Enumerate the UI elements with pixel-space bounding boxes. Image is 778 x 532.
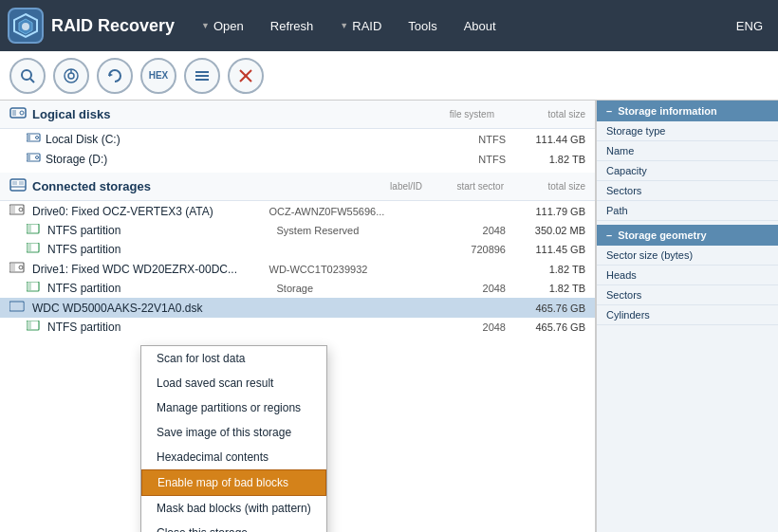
ntfs-partition-1-1[interactable]: NTFS partition Storage 2048 1.82 TB: [0, 279, 595, 298]
svg-point-22: [36, 156, 39, 159]
svg-point-16: [20, 111, 24, 115]
disk-tool-button[interactable]: [53, 58, 89, 94]
info-geometry-sectors: Sectors: [597, 285, 778, 305]
ctx-mask-bad-blocks[interactable]: Mask bad blocks (with pattern): [141, 496, 326, 521]
ntfs-icon-0-2: [27, 243, 40, 256]
drive0-row[interactable]: Drive0: Fixed OCZ-VERTEX3 (ATA) OCZ-AWNZ…: [0, 201, 595, 221]
svg-point-6: [68, 73, 74, 79]
right-panel: – Storage information Storage type Name …: [596, 101, 778, 532]
info-capacity: Capacity: [597, 161, 778, 181]
ntfs-partition-0-1[interactable]: NTFS partition System Reserved 2048 350.…: [0, 221, 595, 240]
main-area: Logical disks file system total size Loc…: [0, 101, 778, 532]
drive0-icon: [9, 204, 25, 218]
ntfs-partition-wdc[interactable]: NTFS partition 2048 465.76 GB: [0, 318, 595, 337]
storage-info-header: – Storage information: [597, 101, 778, 121]
info-path: Path: [597, 201, 778, 221]
logo-icon: [8, 8, 44, 44]
logo-area: RAID Recovery: [8, 8, 175, 44]
left-panel: Logical disks file system total size Loc…: [0, 101, 596, 532]
connected-storages-header: Connected storages label/ID start sector…: [0, 173, 595, 201]
svg-line-4: [30, 79, 34, 83]
svg-rect-28: [10, 206, 15, 213]
info-heads: Heads: [597, 266, 778, 285]
menu-raid-arrow: ▼: [340, 21, 348, 30]
svg-point-3: [22, 70, 31, 80]
menubar: RAID Recovery ▼ Open Refresh ▼ RAID Tool…: [0, 0, 778, 51]
wdc-disk-row[interactable]: WDC WD5000AAKS-22V1A0.dsk 465.76 GB: [0, 298, 595, 318]
ctx-enable-bad-blocks[interactable]: Enable map of bad blocks: [141, 469, 326, 496]
svg-rect-35: [10, 264, 15, 271]
info-cylinders: Cylinders: [597, 305, 778, 325]
ctx-manage-partitions[interactable]: Manage partitions or regions: [141, 395, 326, 420]
logical-disks-icon: [9, 106, 27, 122]
ctx-hex-contents[interactable]: Hexadecimal contents: [141, 445, 326, 469]
connected-storages-icon: [9, 178, 27, 194]
wdc-disk-icon: [9, 301, 25, 315]
logical-disk-c[interactable]: Local Disk (C:) NTFS 111.44 GB: [0, 129, 595, 149]
storage-info-collapse-icon[interactable]: –: [606, 105, 612, 117]
ntfs-icon-0-1: [27, 224, 40, 237]
svg-rect-15: [12, 110, 16, 116]
app-title: RAID Recovery: [51, 16, 175, 36]
menu-refresh[interactable]: Refresh: [259, 13, 325, 39]
drive1-row[interactable]: Drive1: Fixed WDC WD20EZRX-00DC... WD-WC…: [0, 259, 595, 279]
ntfs-icon-wdc: [27, 321, 40, 334]
drive1-icon: [9, 262, 25, 276]
search-tool-button[interactable]: [9, 58, 46, 94]
storage-geometry-collapse-icon[interactable]: –: [606, 229, 612, 241]
info-storage-type: Storage type: [597, 121, 778, 141]
ctx-scan-lost-data[interactable]: Scan for lost data: [141, 346, 326, 371]
menu-open-arrow: ▼: [201, 21, 210, 30]
info-name: Name: [597, 141, 778, 161]
list-tool-button[interactable]: [184, 58, 220, 94]
context-menu: Scan for lost data Load saved scan resul…: [140, 345, 327, 532]
ctx-close-storage[interactable]: Close this storage: [141, 521, 326, 532]
hex-tool-button[interactable]: HEX: [140, 58, 176, 94]
svg-rect-31: [28, 225, 31, 232]
menu-bar: ▼ Open Refresh ▼ RAID Tools About: [190, 13, 729, 39]
toolbar: HEX: [0, 51, 778, 101]
svg-rect-11: [195, 79, 209, 81]
svg-rect-42: [28, 321, 31, 329]
menu-tools[interactable]: Tools: [397, 13, 448, 39]
svg-rect-18: [28, 135, 30, 140]
svg-point-36: [19, 266, 23, 269]
svg-rect-24: [12, 181, 17, 185]
ctx-save-image[interactable]: Save image of this storage: [141, 420, 326, 445]
svg-rect-40: [10, 303, 24, 310]
svg-point-29: [19, 208, 23, 211]
svg-rect-33: [28, 244, 31, 251]
logical-disks-header: Logical disks file system total size: [0, 101, 595, 129]
svg-rect-10: [195, 75, 209, 77]
language-selector[interactable]: ENG: [729, 13, 770, 39]
menu-raid[interactable]: ▼ RAID: [328, 13, 393, 39]
svg-rect-38: [28, 283, 31, 290]
ntfs-partition-0-2[interactable]: NTFS partition 720896 111.45 GB: [0, 240, 595, 259]
svg-point-19: [36, 137, 39, 139]
svg-rect-21: [28, 155, 30, 160]
connected-storages-title: Connected storages: [32, 179, 151, 193]
local-disk-icon: [27, 132, 42, 146]
svg-rect-25: [19, 181, 24, 185]
svg-rect-9: [195, 71, 209, 73]
ntfs-icon-1-1: [27, 282, 40, 295]
menu-open[interactable]: ▼ Open: [190, 13, 255, 39]
menu-about[interactable]: About: [453, 13, 508, 39]
storage-d-icon: [27, 152, 42, 166]
logical-disk-d[interactable]: Storage (D:) NTFS 1.82 TB: [0, 149, 595, 169]
info-sector-size: Sector size (bytes): [597, 246, 778, 266]
info-sectors: Sectors: [597, 181, 778, 201]
storage-geometry-header: – Storage geometry: [597, 225, 778, 246]
ctx-load-scan[interactable]: Load saved scan result: [141, 371, 326, 395]
svg-point-2: [22, 23, 29, 30]
logical-disks-title: Logical disks: [32, 107, 110, 121]
reload-tool-button[interactable]: [97, 58, 133, 94]
svg-marker-8: [109, 73, 113, 77]
close-tool-button[interactable]: [228, 58, 264, 94]
